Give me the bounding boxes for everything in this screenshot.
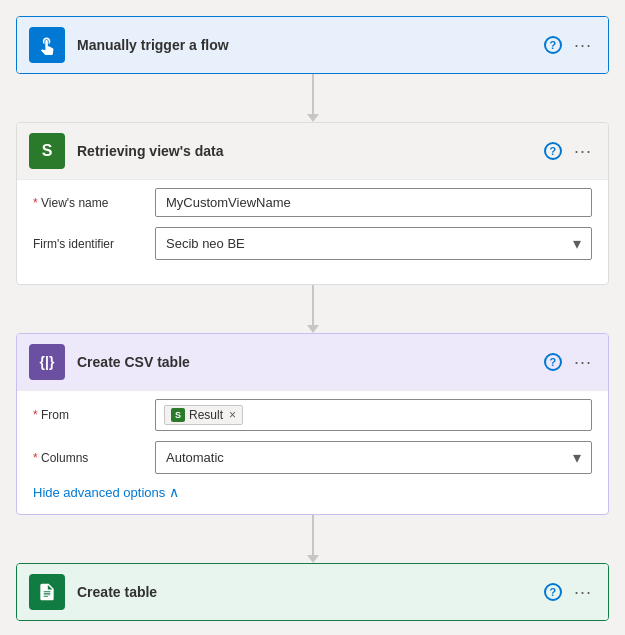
card-create-csv: {|} Create CSV table ? ··· * From S Resu… [16,333,609,515]
from-row: * From S Result × [33,399,592,431]
views-name-input[interactable] [155,188,592,217]
firms-identifier-chevron-icon [573,234,581,253]
columns-select[interactable]: Automatic [155,441,592,474]
advanced-chevron-up-icon [169,484,179,500]
manual-trigger-more-button[interactable]: ··· [570,33,596,58]
retrieve-view-body: * View's name Firm's identifier Secib ne… [17,179,608,284]
create-table-more-button[interactable]: ··· [570,580,596,605]
card-header-manual: Manually trigger a flow ? ··· [17,17,608,73]
card-header-retrieve: S Retrieving view's data ? ··· [17,123,608,179]
result-token: S Result × [164,405,243,425]
create-csv-help-icon[interactable]: ? [544,353,562,371]
create-csv-actions: ? ··· [544,350,596,375]
retrieve-view-title: Retrieving view's data [77,143,532,159]
arrow-line-2 [312,285,314,325]
columns-chevron-icon [573,448,581,467]
firms-identifier-label: Firm's identifier [33,237,143,251]
retrieve-view-icon: S [29,133,65,169]
card-header-excel: Create table ? ··· [17,564,608,620]
from-label: * From [33,408,143,422]
arrow-line-3 [312,515,314,555]
card-create-table: Create table ? ··· [16,563,609,621]
columns-label: * Columns [33,451,143,465]
arrow-head-3 [307,555,319,563]
from-field[interactable]: S Result × [155,399,592,431]
create-csv-title: Create CSV table [77,354,532,370]
create-table-actions: ? ··· [544,580,596,605]
create-csv-body: * From S Result × * Columns Automatic Hi… [17,390,608,514]
create-table-title: Create table [77,584,532,600]
card-retrieve-view: S Retrieving view's data ? ··· * View's … [16,122,609,285]
manual-trigger-help-icon[interactable]: ? [544,36,562,54]
manual-trigger-title: Manually trigger a flow [77,37,532,53]
arrow-head-2 [307,325,319,333]
firms-identifier-select[interactable]: Secib neo BE [155,227,592,260]
create-csv-more-button[interactable]: ··· [570,350,596,375]
manual-trigger-actions: ? ··· [544,33,596,58]
retrieve-view-more-button[interactable]: ··· [570,139,596,164]
views-name-label: * View's name [33,196,143,210]
firms-identifier-row: Firm's identifier Secib neo BE [33,227,592,260]
arrow-line-1 [312,74,314,114]
result-token-label: Result [189,408,223,422]
retrieve-view-help-icon[interactable]: ? [544,142,562,160]
create-table-icon [29,574,65,610]
create-table-help-icon[interactable]: ? [544,583,562,601]
hide-advanced-button[interactable]: Hide advanced options [33,484,179,500]
manual-trigger-icon [29,27,65,63]
arrow-2 [307,285,319,333]
card-manual-trigger: Manually trigger a flow ? ··· [16,16,609,74]
arrow-1 [307,74,319,122]
card-header-csv: {|} Create CSV table ? ··· [17,334,608,390]
columns-row: * Columns Automatic [33,441,592,474]
retrieve-view-actions: ? ··· [544,139,596,164]
flow-container: Manually trigger a flow ? ··· S Retrievi… [16,16,609,635]
result-token-remove-button[interactable]: × [229,408,236,422]
result-token-icon: S [171,408,185,422]
arrow-3 [307,515,319,563]
views-name-row: * View's name [33,188,592,217]
create-csv-icon: {|} [29,344,65,380]
arrow-head-1 [307,114,319,122]
